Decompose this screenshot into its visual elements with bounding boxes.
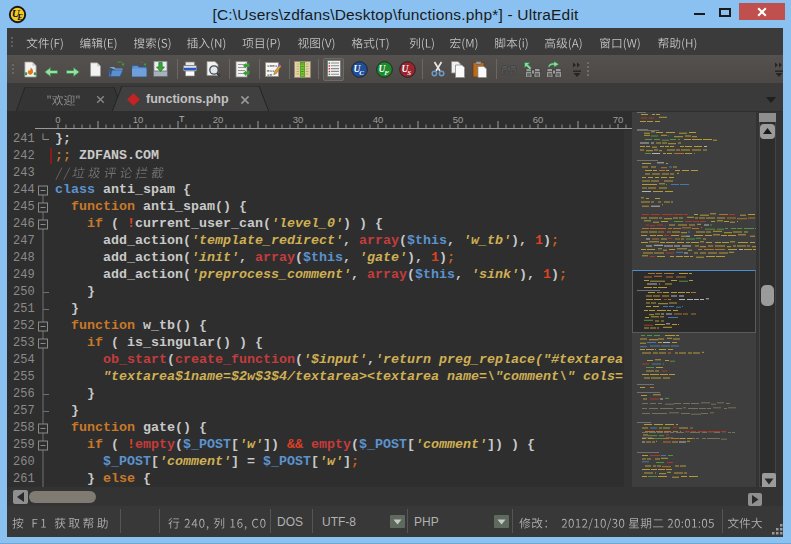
svg-text:10: 10 [267, 72, 273, 77]
svg-text:30: 30 [293, 114, 304, 125]
svg-text:70: 70 [613, 114, 624, 125]
svg-text:T: T [179, 114, 185, 124]
svg-text:60: 60 [533, 114, 544, 125]
svg-text:C: C [359, 69, 364, 77]
svg-text:S: S [407, 69, 411, 77]
svg-text:0: 0 [55, 114, 60, 125]
svg-text:40: 40 [373, 114, 384, 125]
svg-text:50: 50 [453, 114, 464, 125]
svg-text:F: F [384, 69, 389, 77]
svg-text:20: 20 [213, 114, 224, 125]
svg-text:10: 10 [133, 114, 144, 125]
